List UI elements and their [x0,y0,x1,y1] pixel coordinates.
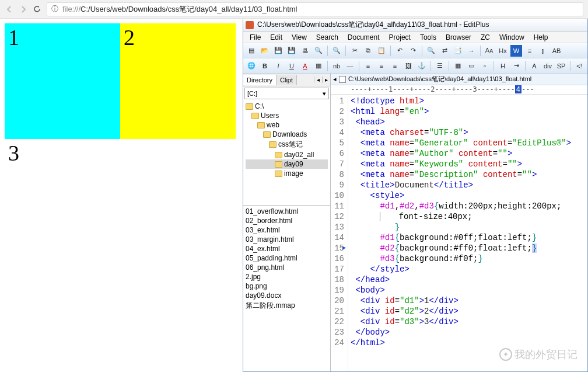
undo-icon[interactable]: ↶ [394,45,405,57]
hex-icon[interactable]: Hx [497,45,509,57]
code-line[interactable]: <div id="d2">2</div> [351,306,585,317]
menu-browser[interactable]: Browser [442,32,475,43]
nbsp-icon[interactable]: nb [331,60,342,72]
menu-tools[interactable]: Tools [416,32,440,43]
span-icon[interactable]: SP [555,60,567,72]
code-line[interactable]: <style> [351,190,585,201]
td-icon[interactable]: ▫ [479,60,491,72]
file-item[interactable]: 第二阶段.mmap [246,300,328,311]
code-line[interactable]: } [351,222,585,232]
open-icon[interactable]: 📂 [259,45,271,57]
address-bar[interactable]: ⓘ file:///C:/Users/web/Downloads/css笔记/d… [47,2,583,16]
tree-item[interactable]: C:\ [246,102,328,111]
code-line[interactable]: <meta name="Author" content=""> [351,148,585,159]
tree-item[interactable]: Downloads [246,130,328,139]
tree-item[interactable]: day02_all [246,150,328,159]
directory-tree[interactable]: C:\UserswebDownloadscss笔记day02_allday09i… [243,100,330,206]
font-icon[interactable]: A [528,60,540,72]
drive-selector[interactable]: [C:] ▾ [244,88,329,99]
code-line[interactable]: </html> [351,338,585,348]
sidebar-prev-icon[interactable]: ◂ [314,77,322,83]
italic-icon[interactable]: I [272,60,284,72]
save-all-icon[interactable]: 💾 [286,45,298,57]
tree-item[interactable]: day09 [246,159,328,169]
file-item[interactable]: bg.png [246,281,328,291]
find-in-files-icon[interactable]: 📑 [452,45,464,57]
sidebar-tab-cliptext[interactable]: Clipt [276,75,297,85]
file-item[interactable]: 06_png.html [246,263,328,272]
code-line[interactable]: <!doctype html> [351,96,585,106]
code-line[interactable]: </body> [351,327,585,338]
redo-icon[interactable]: ↷ [407,45,419,57]
print-preview-icon[interactable]: 🔍 [313,45,324,57]
font-color-icon[interactable]: A [299,60,311,72]
file-item[interactable]: 01_overflow.html [246,207,328,216]
code-line[interactable]: <meta name="Description" content=""> [351,169,585,180]
menu-edit[interactable]: Edit [266,32,286,43]
file-item[interactable]: 05_padding.html [246,253,328,263]
align-center-icon[interactable]: ≡ [376,60,387,72]
menu-search[interactable]: Search [312,32,342,43]
indent-icon[interactable]: ⇥ [510,60,522,72]
save-icon[interactable]: 💾 [272,45,284,57]
code-line[interactable]: <title>Document</title> [351,180,585,190]
paste-icon[interactable]: 📋 [376,45,387,57]
code-line[interactable]: <meta name="Keywords" content=""> [351,159,585,169]
font-increase-icon[interactable]: Aᴀ [484,45,495,57]
syntax-icon[interactable]: AB [551,45,562,57]
editor-titlebar[interactable]: C:\Users\web\Downloads\css笔记\day04_all\d… [243,19,587,32]
menu-window[interactable]: Window [495,32,528,43]
code-line[interactable]: </head> [351,274,585,285]
file-item[interactable]: 2.jpg [246,272,328,281]
column-marker-icon[interactable]: ⫿ [537,45,549,57]
code-line[interactable]: <body> [351,285,585,295]
table-icon[interactable]: ▦ [452,60,464,72]
code-line[interactable]: <html lang="en"> [351,106,585,117]
tree-item[interactable]: web [246,120,328,130]
file-item[interactable]: 04_ex.html [246,244,328,253]
menu-document[interactable]: Document [344,32,384,43]
code-lines[interactable]: <!doctype html><html lang="en"> <head> <… [348,95,587,371]
menu-zc[interactable]: ZC [477,32,494,43]
tr-icon[interactable]: ▭ [466,60,477,72]
bold-icon[interactable]: B [259,60,271,72]
code-line[interactable]: #d3{background:#f0f;} [351,253,585,264]
code-line[interactable]: #d2{background:#ff0;float:left;}▶ [351,243,585,253]
anchor-icon[interactable]: ⚓ [416,60,428,72]
hr-icon[interactable]: — [344,60,356,72]
menu-view[interactable]: View [288,32,311,43]
line-numbers-icon[interactable]: ≡ [524,45,536,57]
list-icon[interactable]: ☰ [434,60,446,72]
code-line[interactable]: #d1,#d2,#d3{width:200px;height:200px; [351,201,585,211]
code-line[interactable]: font-size:40px; [351,211,585,222]
tree-item[interactable]: css笔记 [246,139,328,150]
sidebar-tab-directory[interactable]: Directory [243,75,276,85]
code-editor[interactable]: 123456789101112131415161718192021222324 … [331,95,587,371]
file-item[interactable]: day09.docx [246,291,328,300]
forward-button[interactable] [19,5,28,14]
cut-icon[interactable]: ✂ [349,45,360,57]
div-icon[interactable]: div [542,60,554,72]
back-button[interactable] [5,5,14,14]
tree-item[interactable]: Users [246,111,328,120]
menu-project[interactable]: Project [385,32,415,43]
align-right-icon[interactable]: ≡ [389,60,401,72]
tree-item[interactable]: image [246,169,328,178]
code-line[interactable]: <head> [351,117,585,127]
file-item[interactable]: 03_margin.html [246,235,328,244]
print-icon[interactable]: 🖶 [299,45,311,57]
file-item[interactable]: 03_ex.html [246,225,328,235]
active-file-tab[interactable]: C:\Users\web\Downloads\css笔记\day04_all\d… [348,75,531,84]
word-wrap-icon[interactable]: W [510,45,522,57]
bg-color-icon[interactable]: ▦ [313,60,324,72]
code-line[interactable]: #d1{background:#0ff;float:left;} [351,232,585,243]
code-line[interactable]: <div id="d1">1</div> [351,295,585,306]
copy-icon[interactable]: ⧉ [362,45,374,57]
find-icon[interactable]: 🔍 [331,45,342,57]
code-line[interactable]: <meta name="Generator" content="EditPlus… [351,138,585,148]
align-left-icon[interactable]: ≡ [362,60,374,72]
code-tabbar[interactable]: ◂ C:\Users\web\Downloads\css笔记\day04_all… [331,74,587,85]
browser-icon[interactable]: 🌐 [246,60,257,72]
reload-button[interactable] [33,5,42,14]
new-file-icon[interactable]: ▤ [246,45,257,57]
